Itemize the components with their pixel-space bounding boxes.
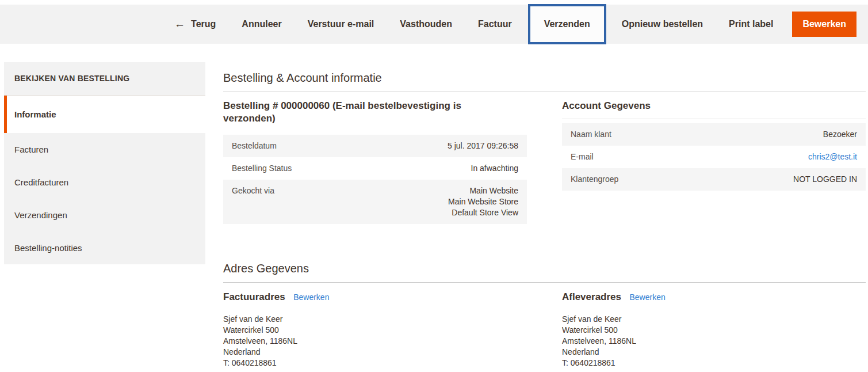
address-city-zip: Amstelveen, 1186NL (562, 336, 866, 347)
page-actions-toolbar: ← Terug Annuleer Verstuur e-mail Vasthou… (0, 5, 868, 44)
billing-address-card: Factuuradres Bewerken Sjef van de Keer W… (223, 291, 527, 369)
row-label: Bestelling Status (232, 163, 292, 174)
billing-address-lines: Sjef van de Keer Watercirkel 500 Amstelv… (223, 314, 527, 369)
sidebar-item-bestelling-notities[interactable]: Bestelling-notities (4, 231, 205, 264)
order-title: Bestelling # 000000060 (E-mail bestelbev… (223, 100, 494, 125)
main-content: Bestelling & Account informatie Bestelli… (223, 62, 866, 369)
address-phone: T: 0640218861 (562, 358, 866, 369)
sidebar-item-informatie[interactable]: Informatie (4, 96, 205, 133)
account-row-email: E-mail chris2@test.it (562, 146, 866, 168)
row-value: Main Website Main Website Store Default … (448, 185, 518, 218)
shipping-address-lines: Sjef van de Keer Watercirkel 500 Amstelv… (562, 314, 866, 369)
row-label: E-mail (571, 151, 594, 162)
billing-address-title: Factuuradres (223, 291, 285, 302)
address-phone: T: 0640218861 (223, 358, 527, 369)
address-street: Watercirkel 500 (562, 325, 866, 336)
row-label: Besteldatum (232, 141, 277, 151)
account-info-table: Naam klant Bezoeker E-mail chris2@test.i… (562, 123, 866, 191)
row-value: 5 jul. 2017 09:26:58 (448, 141, 518, 151)
order-account-section-title: Bestelling & Account informatie (223, 71, 866, 92)
factuur-button[interactable]: Factuur (478, 19, 512, 29)
row-label: Klantengroep (571, 174, 618, 185)
store-line-view: Default Store View (448, 207, 518, 218)
row-label: Gekocht via (232, 185, 274, 218)
row-label: Naam klant (571, 129, 611, 140)
shipping-edit-link[interactable]: Bewerken (629, 293, 665, 302)
address-name: Sjef van de Keer (223, 314, 527, 325)
back-button[interactable]: ← Terug (174, 18, 216, 31)
sidebar-item-creditfacturen[interactable]: Creditfacturen (4, 166, 205, 199)
sidebar-item-verzendingen[interactable]: Verzendingen (4, 199, 205, 231)
store-line-website: Main Website (448, 185, 518, 196)
back-button-label: Terug (191, 19, 216, 29)
row-value: Bezoeker (823, 129, 857, 140)
back-arrow-icon: ← (174, 18, 185, 31)
order-info-table: Besteldatum 5 jul. 2017 09:26:58 Bestell… (223, 135, 527, 224)
verzenden-button[interactable]: Verzenden (528, 4, 606, 44)
address-section-title: Adres Gegevens (223, 261, 866, 283)
address-city-zip: Amstelveen, 1186NL (223, 336, 527, 347)
order-row-status: Bestelling Status In afwachting (223, 157, 527, 180)
print-label-button[interactable]: Print label (729, 19, 773, 29)
opnieuw-bestellen-button[interactable]: Opnieuw bestellen (622, 19, 703, 29)
address-name: Sjef van de Keer (562, 314, 866, 325)
bewerken-button[interactable]: Bewerken (792, 12, 856, 37)
account-information-card: Account Gegevens Naam klant Bezoeker E-m… (562, 100, 866, 224)
vasthouden-button[interactable]: Vasthouden (400, 19, 452, 29)
annuleer-button[interactable]: Annuleer (242, 19, 281, 29)
order-row-gekocht-via: Gekocht via Main Website Main Website St… (223, 180, 527, 224)
account-title: Account Gegevens (562, 100, 866, 119)
address-street: Watercirkel 500 (223, 325, 527, 336)
sidebar-item-facturen[interactable]: Facturen (4, 133, 205, 166)
account-row-klantengroep: Klantengroep NOT LOGGED IN (562, 168, 866, 191)
address-country: Nederland (562, 347, 866, 358)
row-value: In afwachting (471, 163, 519, 174)
row-value: NOT LOGGED IN (793, 174, 857, 185)
shipping-address-title: Afleveradres (562, 291, 621, 302)
sidebar-title: BEKIJKEN VAN BESTELLING (4, 62, 205, 96)
verstuur-email-button[interactable]: Verstuur e-mail (308, 19, 374, 29)
account-row-naam-klant: Naam klant Bezoeker (562, 123, 866, 146)
shipping-address-card: Afleveradres Bewerken Sjef van de Keer W… (562, 291, 866, 369)
email-link[interactable]: chris2@test.it (808, 152, 857, 161)
order-view-sidebar: BEKIJKEN VAN BESTELLING Informatie Factu… (4, 62, 205, 264)
page-content: BEKIJKEN VAN BESTELLING Informatie Factu… (0, 44, 868, 369)
store-line-store: Main Website Store (448, 196, 518, 207)
address-country: Nederland (223, 347, 527, 358)
order-row-besteldatum: Besteldatum 5 jul. 2017 09:26:58 (223, 135, 527, 157)
order-information-card: Bestelling # 000000060 (E-mail bestelbev… (223, 100, 527, 224)
billing-edit-link[interactable]: Bewerken (293, 293, 329, 302)
